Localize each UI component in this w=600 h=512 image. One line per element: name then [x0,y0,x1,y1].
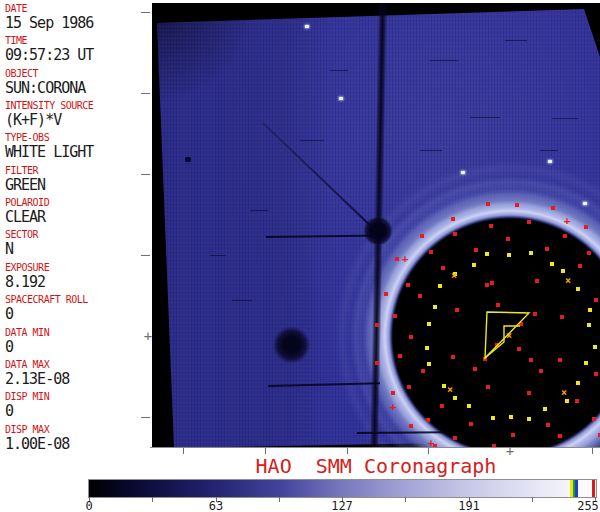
axis-tick-bottom [592,448,593,454]
axis-tick-left [141,12,150,13]
intensity-colorbar [88,479,597,498]
metadata-label: DISP MAX [5,424,69,435]
metadata-value: 0 [5,403,49,420]
axis-plus-left: + [144,329,152,343]
metadata-entry: POLAROIDCLEAR [5,197,49,226]
metadata-value: 09:57:23 UT [5,47,93,64]
metadata-entry: TYPE-OBSWHITE LIGHT [5,132,93,161]
axis-tick-bottom [183,448,184,454]
colorbar-tick-label: 255 [558,499,600,512]
axis-tick-left [141,417,150,418]
colorbar-tick [152,497,153,502]
colorbar-overlay-stripe [592,480,595,497]
metadata-entry: SPACECRAFT ROLL0 [5,294,88,323]
metadata-label: OBJECT [5,68,85,79]
coronagraph-image: ×××××++++ [152,3,600,447]
plot-title: HAO SMM Coronagraph [152,454,600,478]
colorbar-tick-label: 191 [439,499,499,512]
plot-baseline [150,447,600,448]
metadata-entry: OBJECTSUN:CORONA [5,68,85,97]
colorbar-tick [532,497,533,502]
metadata-value: (K+F)*V [5,112,93,129]
metadata-value: 1.00E-08 [5,436,69,453]
metadata-entry: DATE15 Sep 1986 [5,3,93,32]
metadata-value: 2.13E-08 [5,371,69,388]
metadata-entry: TIME09:57:23 UT [5,35,93,64]
axis-tick-bottom [347,448,348,454]
metadata-label: DATE [5,3,93,14]
metadata-value: CLEAR [5,209,49,226]
metadata-value: 15 Sep 1986 [5,15,93,32]
axis-tick-left [141,93,150,94]
coronagraph-viewer-window: DATE15 Sep 1986TIME09:57:23 UTOBJECTSUN:… [0,0,600,512]
metadata-value: 0 [5,339,49,356]
metadata-label: SECTOR [5,229,38,240]
metadata-value: 0 [5,306,88,323]
axis-plus-bottom: + [506,444,514,458]
metadata-entry: FILTERGREEN [5,165,45,194]
metadata-entry: DISP MIN0 [5,391,49,420]
metadata-entry: DATA MAX2.13E-08 [5,359,69,388]
metadata-value: N [5,241,38,258]
metadata-label: TIME [5,35,93,46]
metadata-entry: DATA MIN0 [5,327,49,356]
colorbar-tick [405,497,406,502]
metadata-label: DATA MAX [5,359,69,370]
metadata-label: SPACECRAFT ROLL [5,294,88,305]
overlay-polygon [152,3,600,447]
axis-tick-left [141,174,150,175]
metadata-entry: DISP MAX1.00E-08 [5,424,69,453]
axis-tick-left [141,255,150,256]
metadata-label: FILTER [5,165,45,176]
axis-tick-bottom [428,448,429,454]
metadata-value: 8.192 [5,274,49,291]
metadata-label: EXPOSURE [5,262,49,273]
colorbar-overlay-stripe [575,480,578,497]
colorbar-tick-label: 127 [312,499,372,512]
colorbar-tick [279,497,280,502]
metadata-panel: DATE15 Sep 1986TIME09:57:23 UTOBJECTSUN:… [0,0,152,462]
metadata-label: DATA MIN [5,327,49,338]
metadata-label: DISP MIN [5,391,49,402]
axis-tick-bottom [265,448,266,454]
metadata-value: SUN:CORONA [5,80,85,97]
metadata-label: TYPE-OBS [5,132,93,143]
colorbar-tick-label: 0 [59,499,119,512]
metadata-value: GREEN [5,177,45,194]
metadata-value: WHITE LIGHT [5,144,93,161]
metadata-label: POLAROID [5,197,49,208]
metadata-label: INTENSITY SOURCE [5,100,93,111]
metadata-entry: SECTORN [5,229,38,258]
colorbar-tick-label: 63 [186,499,246,512]
metadata-entry: EXPOSURE8.192 [5,262,49,291]
metadata-entry: INTENSITY SOURCE(K+F)*V [5,100,93,129]
